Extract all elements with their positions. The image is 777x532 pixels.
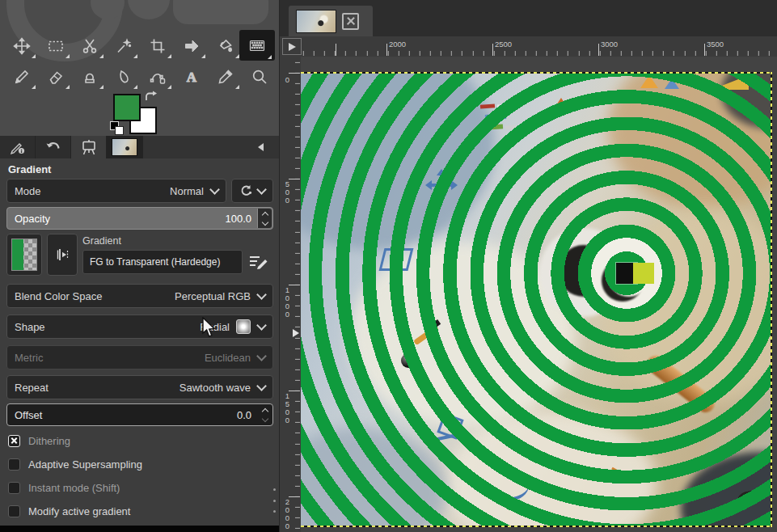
adaptive-supersampling-label: Adaptive Supersampling	[28, 458, 142, 471]
gradient-rings-overlay	[301, 72, 772, 527]
clone-tool[interactable]	[73, 63, 107, 91]
tab-undo-history[interactable]	[36, 136, 71, 158]
ruler-label: 3000	[601, 40, 618, 49]
spin-up-icon	[261, 211, 268, 217]
opacity-label: Opacity	[15, 213, 225, 225]
blend-color-space-dropdown[interactable]: Blend Color Space Perceptual RGB	[6, 284, 273, 308]
scissors-tool[interactable]	[73, 32, 107, 60]
fuzzy-select-tool[interactable]	[107, 32, 141, 60]
paths-tool[interactable]	[141, 63, 175, 91]
swap-colors-icon[interactable]	[144, 91, 158, 103]
move-tool[interactable]	[5, 32, 39, 60]
bucket-fill-tool[interactable]	[209, 32, 243, 60]
canvas-image[interactable]	[301, 72, 772, 527]
eraser-tool[interactable]	[39, 63, 73, 91]
smudge-tool[interactable]	[107, 63, 141, 91]
play-triangle-icon	[289, 43, 296, 51]
gradient-name: FG to Transparent (Hardedge)	[90, 256, 220, 268]
offset-spinner[interactable]	[258, 405, 272, 424]
repeat-label: Repeat	[15, 382, 179, 394]
checkbox-unchecked-icon[interactable]	[8, 458, 20, 471]
wilber-watermark	[173, 0, 268, 24]
spin-up-icon	[261, 407, 268, 414]
default-colors-icon[interactable]	[110, 121, 123, 134]
gradient-caption: Gradient	[82, 235, 121, 247]
ruler-label: 2000	[283, 497, 292, 530]
ruler-corner-menu-button[interactable]	[282, 38, 302, 55]
gradient-endpoint-crosshair[interactable]	[633, 263, 654, 284]
dockable-tabs	[0, 136, 279, 158]
repeat-dropdown[interactable]: Repeat Sawtooth wave	[6, 375, 273, 399]
zoom-tool[interactable]	[243, 63, 277, 91]
ruler-label: 3500	[707, 40, 724, 49]
gradient-tool[interactable]	[239, 30, 275, 61]
ruler-label: 2500	[495, 40, 512, 49]
canvas-viewport[interactable]	[301, 57, 777, 532]
chevron-down-icon	[256, 381, 267, 391]
image-tab[interactable]	[289, 6, 373, 36]
metric-label: Metric	[15, 352, 205, 364]
undo-arrow-icon	[44, 139, 62, 155]
checkbox-unchecked-icon[interactable]	[8, 482, 20, 494]
chevron-down-icon	[256, 320, 267, 331]
vertical-ruler[interactable]: 0 500 1000 1500 2000	[280, 57, 301, 532]
close-image-icon[interactable]	[342, 13, 359, 30]
offset-slider[interactable]: Offset 0.0	[6, 403, 273, 426]
dock-resize-grip[interactable]	[273, 488, 277, 513]
tab-image[interactable]	[107, 136, 143, 158]
dithering-checkbox-row[interactable]: Dithering	[8, 434, 70, 447]
mode-switch-button[interactable]	[231, 179, 273, 203]
crop-tool[interactable]	[141, 32, 175, 60]
ruler-label: 0	[283, 75, 292, 83]
tab-tool-options[interactable]	[0, 136, 36, 158]
adaptive-supersampling-checkbox-row[interactable]: Adaptive Supersampling	[8, 458, 142, 471]
chevron-down-icon	[256, 289, 267, 300]
checkbox-unchecked-icon[interactable]	[8, 505, 20, 517]
shape-dropdown[interactable]: Shape Radial	[6, 315, 273, 339]
collapse-dock-button[interactable]	[254, 141, 267, 154]
blend-color-space-value: Perceptual RGB	[175, 290, 251, 302]
layer-boundary-right	[771, 72, 772, 527]
pencil-info-icon	[10, 139, 26, 155]
opacity-slider[interactable]: Opacity 100.0	[6, 207, 273, 230]
gradient-select[interactable]: FG to Transparent (Hardedge)	[82, 250, 243, 274]
gradient-preview-button[interactable]	[6, 234, 42, 276]
svg-text:A: A	[187, 70, 197, 85]
easel-icon	[80, 138, 98, 156]
edit-gradient-icon[interactable]	[247, 252, 268, 272]
color-picker-tool[interactable]	[209, 63, 243, 91]
ruler-label: 1500	[283, 391, 292, 424]
instant-mode-checkbox-row[interactable]: Instant mode (Shift)	[8, 481, 120, 494]
text-tool[interactable]: A	[175, 63, 209, 91]
panel-bottom-bar	[0, 526, 279, 532]
chevron-left-icon	[258, 143, 264, 151]
layer-boundary-top	[301, 72, 772, 74]
metric-value: Euclidean	[205, 352, 251, 364]
gimp-window: A	[0, 0, 777, 532]
instant-mode-label: Instant mode (Shift)	[28, 482, 120, 494]
reverse-gradient-button[interactable]	[47, 234, 78, 276]
offset-label: Offset	[15, 409, 237, 421]
checkbox-checked-icon[interactable]	[8, 435, 20, 447]
panel-divider[interactable]	[279, 0, 280, 532]
rectangle-select-tool[interactable]	[39, 32, 73, 60]
pencil-tool[interactable]	[5, 63, 39, 91]
foreground-color-swatch[interactable]	[113, 94, 141, 121]
radial-shape-icon	[236, 319, 251, 334]
reset-mode-icon	[239, 184, 253, 198]
layer-boundary-bottom	[301, 526, 772, 527]
mouse-cursor	[201, 317, 217, 340]
ruler-label: 2000	[389, 40, 406, 49]
image-thumbnail	[112, 138, 137, 156]
tool-options-panel: Gradient Mode Normal Opacity 100.0	[0, 158, 279, 526]
transform-tool[interactable]	[175, 32, 209, 60]
mode-value: Normal	[170, 185, 204, 197]
horizontal-ruler[interactable]: 2000 2500 3000 3500	[280, 36, 777, 57]
modify-active-gradient-checkbox-row[interactable]: Modify active gradient	[8, 505, 130, 517]
opacity-spinner[interactable]	[257, 209, 272, 228]
tab-device-status[interactable]	[71, 136, 107, 158]
opacity-value: 100.0	[225, 213, 251, 225]
dithering-label: Dithering	[28, 435, 70, 447]
mode-dropdown[interactable]: Mode Normal	[6, 179, 226, 203]
spin-down-icon	[261, 415, 268, 421]
